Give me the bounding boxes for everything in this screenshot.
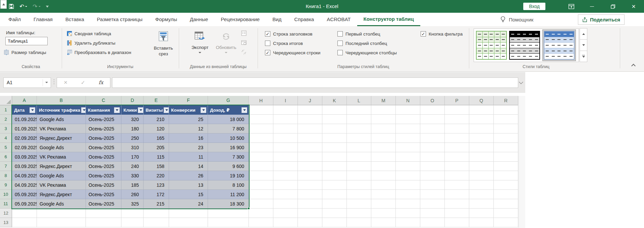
- cell-A8[interactable]: 04.09.2025: [12, 171, 37, 180]
- cell-L10[interactable]: [347, 190, 371, 199]
- style-option-header-row[interactable]: ✓Строка заголовков: [265, 30, 312, 38]
- cell-C13[interactable]: [86, 218, 121, 227]
- checkbox-filter-button[interactable]: ✓: [421, 31, 426, 37]
- row-header-9[interactable]: 9: [0, 180, 12, 190]
- name-box-resizer[interactable]: [53, 79, 54, 86]
- cell-G7[interactable]: 9 600: [208, 162, 249, 171]
- cell-R11[interactable]: [494, 199, 518, 209]
- cell-R13[interactable]: [494, 218, 518, 227]
- cell-P10[interactable]: [445, 190, 469, 199]
- redo-button[interactable]: ↷: [33, 3, 40, 10]
- cell-G11[interactable]: 18 300: [208, 199, 249, 209]
- cell-N6[interactable]: [396, 152, 420, 162]
- cell-F2[interactable]: 25: [169, 115, 208, 124]
- cell-B2[interactable]: Google Ads: [37, 115, 86, 124]
- cell-C7[interactable]: Осень-2025: [86, 162, 121, 171]
- cell-R7[interactable]: [494, 162, 518, 171]
- cell-E6[interactable]: 115: [144, 152, 169, 162]
- checkbox-banded-rows[interactable]: ✓: [265, 50, 270, 55]
- cell-N4[interactable]: [396, 133, 420, 143]
- cell-N7[interactable]: [396, 162, 420, 171]
- cell-E2[interactable]: 210: [144, 115, 169, 124]
- cell-D5[interactable]: 310: [121, 143, 144, 152]
- cell-M3[interactable]: [371, 124, 396, 133]
- unlink-icon[interactable]: [240, 48, 248, 56]
- cell-B11[interactable]: Google Ads: [37, 199, 86, 209]
- cell-P2[interactable]: [445, 115, 469, 124]
- cell-O9[interactable]: [420, 180, 445, 190]
- filter-button-campaign[interactable]: [114, 107, 120, 113]
- row-header-8[interactable]: 8: [0, 171, 12, 180]
- cell-J10[interactable]: [298, 190, 322, 199]
- cell-L2[interactable]: [347, 115, 371, 124]
- cell-L3[interactable]: [347, 124, 371, 133]
- cell-H10[interactable]: [249, 190, 273, 199]
- cell-D10[interactable]: 260: [121, 190, 144, 199]
- column-header-I[interactable]: I: [273, 96, 298, 105]
- cell-K1[interactable]: [322, 105, 347, 115]
- cell-L8[interactable]: [347, 171, 371, 180]
- cell-F6[interactable]: 11: [169, 152, 208, 162]
- column-header-F[interactable]: F: [169, 96, 208, 105]
- minimize-button[interactable]: [582, 0, 602, 13]
- checkbox-total-row[interactable]: [265, 41, 270, 46]
- cell-N11[interactable]: [396, 199, 420, 209]
- row-header-2[interactable]: 2: [0, 115, 12, 124]
- cell-P5[interactable]: [445, 143, 469, 152]
- cell-N8[interactable]: [396, 171, 420, 180]
- cell-H6[interactable]: [249, 152, 273, 162]
- gallery-more-button[interactable]: [580, 51, 587, 62]
- table-header-visits[interactable]: Визиты: [144, 105, 169, 115]
- cell-L13[interactable]: [347, 218, 371, 227]
- cell-R10[interactable]: [494, 190, 518, 199]
- filter-button-clicks[interactable]: [138, 107, 144, 113]
- close-button[interactable]: ×: [623, 0, 644, 13]
- ribbon-display-options-icon[interactable]: [561, 0, 582, 13]
- customize-qat-button[interactable]: [46, 6, 49, 7]
- cell-M5[interactable]: [371, 143, 396, 152]
- cell-C9[interactable]: Осень-2025: [86, 180, 121, 190]
- refresh-button[interactable]: Обновить: [213, 28, 239, 63]
- cell-I5[interactable]: [273, 143, 298, 152]
- cell-C5[interactable]: Осень-2025: [86, 143, 121, 152]
- column-header-K[interactable]: K: [322, 96, 347, 105]
- cell-L1[interactable]: [347, 105, 371, 115]
- cell-A11[interactable]: 05.09.2025: [12, 199, 37, 209]
- cancel-entry-icon[interactable]: ×: [64, 79, 67, 86]
- cell-P11[interactable]: [445, 199, 469, 209]
- checkbox-header-row[interactable]: ✓: [265, 31, 270, 37]
- cell-Q2[interactable]: [469, 115, 494, 124]
- column-header-H[interactable]: H: [249, 96, 273, 105]
- cell-Q13[interactable]: [469, 218, 494, 227]
- cell-J8[interactable]: [298, 171, 322, 180]
- cell-M11[interactable]: [371, 199, 396, 209]
- cell-P12[interactable]: [445, 209, 469, 218]
- cell-A10[interactable]: 05.09.2025: [12, 190, 37, 199]
- cell-E4[interactable]: 165: [144, 133, 169, 143]
- cell-I13[interactable]: [273, 218, 298, 227]
- cell-Q9[interactable]: [469, 180, 494, 190]
- cell-L6[interactable]: [347, 152, 371, 162]
- cell-E11[interactable]: 215: [144, 199, 169, 209]
- cell-O13[interactable]: [420, 218, 445, 227]
- ribbon-tab-file[interactable]: Файл: [2, 13, 27, 26]
- cell-H12[interactable]: [249, 209, 273, 218]
- cell-O4[interactable]: [420, 133, 445, 143]
- cell-M7[interactable]: [371, 162, 396, 171]
- cell-N3[interactable]: [396, 124, 420, 133]
- cell-A6[interactable]: 03.09.2025: [12, 152, 37, 162]
- table-properties-icon[interactable]: [240, 30, 248, 37]
- cell-Q6[interactable]: [469, 152, 494, 162]
- gallery-scroll-up-button[interactable]: [580, 28, 587, 40]
- cell-O11[interactable]: [420, 199, 445, 209]
- cell-M12[interactable]: [371, 209, 396, 218]
- table-header-traffic-source[interactable]: Источник трафика: [37, 105, 86, 115]
- cell-O10[interactable]: [420, 190, 445, 199]
- cell-D13[interactable]: [121, 218, 144, 227]
- select-all-corner[interactable]: [0, 96, 12, 105]
- cell-B12[interactable]: [37, 209, 86, 218]
- cell-A12[interactable]: [12, 209, 37, 218]
- cell-K5[interactable]: [322, 143, 347, 152]
- column-header-O[interactable]: O: [420, 96, 445, 105]
- cell-K4[interactable]: [322, 133, 347, 143]
